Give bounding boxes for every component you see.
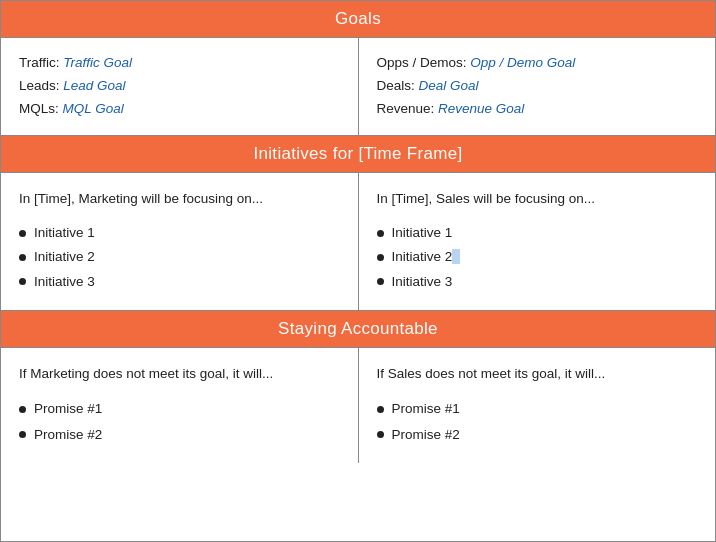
initiative-right-3: Initiative 3	[392, 270, 453, 294]
highlight-selection	[452, 249, 460, 264]
accountability-section: Staying Accountable If Marketing does no…	[1, 311, 715, 464]
accountability-left-intro: If Marketing does not meet its goal, it …	[19, 364, 340, 384]
bullet-icon	[19, 431, 26, 438]
goal-value-mqls: MQL Goal	[63, 101, 124, 116]
goal-value-revenue: Revenue Goal	[438, 101, 524, 116]
bullet-icon	[19, 406, 26, 413]
goal-value-deals: Deal Goal	[419, 78, 479, 93]
bullet-icon	[377, 254, 384, 261]
goals-right-col: Opps / Demos: Opp / Demo Goal Deals: Dea…	[359, 38, 716, 135]
list-item: Initiative 2	[377, 245, 698, 269]
goals-section: Goals Traffic: Traffic Goal Leads: Lead …	[1, 1, 715, 136]
goals-line-3: MQLs: MQL Goal	[19, 98, 340, 121]
bullet-icon	[377, 230, 384, 237]
initiatives-columns: In [Time], Marketing will be focusing on…	[1, 173, 715, 310]
bullet-icon	[377, 278, 384, 285]
initiative-left-1: Initiative 1	[34, 221, 95, 245]
promise-left-1: Promise #1	[34, 396, 102, 422]
goals-columns: Traffic: Traffic Goal Leads: Lead Goal M…	[1, 38, 715, 135]
list-item: Promise #2	[377, 422, 698, 448]
initiatives-header: Initiatives for [Time Frame]	[1, 136, 715, 173]
goals-line-4: Opps / Demos: Opp / Demo Goal	[377, 52, 698, 75]
initiative-left-3: Initiative 3	[34, 270, 95, 294]
main-container: Goals Traffic: Traffic Goal Leads: Lead …	[0, 0, 716, 542]
accountability-columns: If Marketing does not meet its goal, it …	[1, 348, 715, 464]
goals-line-1: Traffic: Traffic Goal	[19, 52, 340, 75]
goal-label-mqls: MQLs:	[19, 101, 63, 116]
goals-line-6: Revenue: Revenue Goal	[377, 98, 698, 121]
initiatives-right-intro: In [Time], Sales will be focusing on...	[377, 189, 698, 209]
accountability-header: Staying Accountable	[1, 311, 715, 348]
goal-label-traffic: Traffic:	[19, 55, 63, 70]
goal-label-deals: Deals:	[377, 78, 419, 93]
initiative-right-1: Initiative 1	[392, 221, 453, 245]
bullet-icon	[377, 431, 384, 438]
promise-right-2: Promise #2	[392, 422, 460, 448]
initiatives-left-intro: In [Time], Marketing will be focusing on…	[19, 189, 340, 209]
list-item: Initiative 1	[377, 221, 698, 245]
list-item: Initiative 2	[19, 245, 340, 269]
list-item: Promise #2	[19, 422, 340, 448]
goal-value-opps: Opp / Demo Goal	[470, 55, 575, 70]
goal-label-revenue: Revenue:	[377, 101, 439, 116]
goal-label-opps: Opps / Demos:	[377, 55, 471, 70]
list-item: Promise #1	[19, 396, 340, 422]
accountability-right-intro: If Sales does not meet its goal, it will…	[377, 364, 698, 384]
bullet-icon	[19, 278, 26, 285]
initiative-right-2: Initiative 2	[392, 245, 461, 269]
accountability-right-col: If Sales does not meet its goal, it will…	[359, 348, 716, 464]
bullet-icon	[377, 406, 384, 413]
list-item: Initiative 1	[19, 221, 340, 245]
initiatives-title: Initiatives for [Time Frame]	[254, 144, 463, 163]
promise-left-2: Promise #2	[34, 422, 102, 448]
goals-line-2: Leads: Lead Goal	[19, 75, 340, 98]
promise-right-list: Promise #1 Promise #2	[377, 396, 698, 447]
promise-right-1: Promise #1	[392, 396, 460, 422]
initiatives-section: Initiatives for [Time Frame] In [Time], …	[1, 136, 715, 311]
goals-header: Goals	[1, 1, 715, 38]
bullet-icon	[19, 230, 26, 237]
list-item: Initiative 3	[19, 270, 340, 294]
accountability-left-col: If Marketing does not meet its goal, it …	[1, 348, 359, 464]
initiatives-right-col: In [Time], Sales will be focusing on... …	[359, 173, 716, 310]
goals-line-5: Deals: Deal Goal	[377, 75, 698, 98]
accountability-title: Staying Accountable	[278, 319, 438, 338]
initiatives-left-list: Initiative 1 Initiative 2 Initiative 3	[19, 221, 340, 294]
list-item: Initiative 3	[377, 270, 698, 294]
goal-label-leads: Leads:	[19, 78, 63, 93]
initiative-right-2-text: Initiative 2	[392, 249, 453, 264]
initiatives-left-col: In [Time], Marketing will be focusing on…	[1, 173, 359, 310]
goals-left-col: Traffic: Traffic Goal Leads: Lead Goal M…	[1, 38, 359, 135]
goal-value-leads: Lead Goal	[63, 78, 125, 93]
goal-value-traffic: Traffic Goal	[63, 55, 132, 70]
bullet-icon	[19, 254, 26, 261]
list-item: Promise #1	[377, 396, 698, 422]
initiatives-right-list: Initiative 1 Initiative 2 Initiative 3	[377, 221, 698, 294]
promise-left-list: Promise #1 Promise #2	[19, 396, 340, 447]
initiative-left-2: Initiative 2	[34, 245, 95, 269]
goals-title: Goals	[335, 9, 381, 28]
